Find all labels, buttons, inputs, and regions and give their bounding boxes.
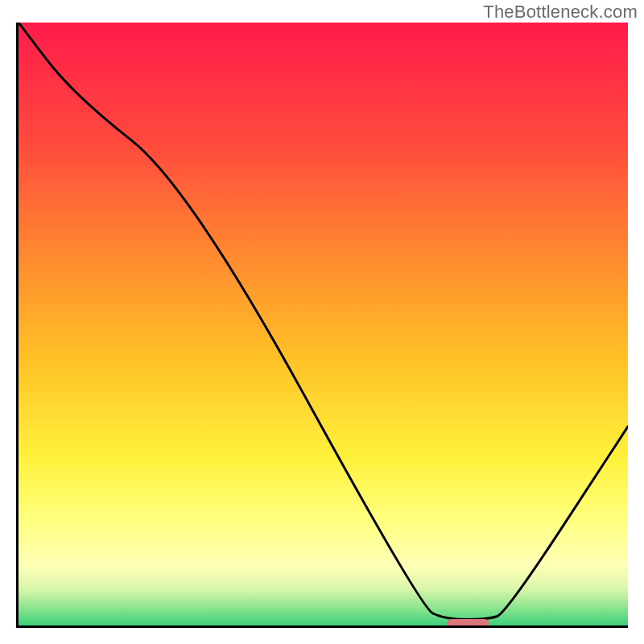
plot-area bbox=[16, 23, 628, 628]
chart-container: TheBottleneck.com bbox=[0, 0, 644, 644]
bottleneck-curve bbox=[19, 23, 628, 625]
watermark-text: TheBottleneck.com bbox=[483, 2, 638, 23]
optimal-range-marker bbox=[447, 619, 489, 628]
